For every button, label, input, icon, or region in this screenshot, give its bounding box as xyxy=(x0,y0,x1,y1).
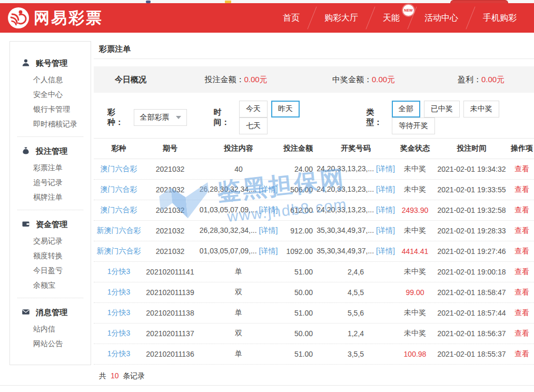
bet-amount: 612.00 xyxy=(281,206,315,214)
lottery-link[interactable]: 1分快3 xyxy=(94,267,144,277)
prize-status: 未中奖 xyxy=(397,329,433,338)
draw-numbers-text: 5,5,6 xyxy=(348,309,364,317)
detail-link[interactable]: [详情] xyxy=(259,226,278,234)
type-btns-3[interactable]: 等待开奖 xyxy=(392,117,435,134)
nav-item-4[interactable]: 手机购彩 xyxy=(471,3,529,33)
nav-item-3[interactable]: 活动中心 xyxy=(412,3,470,33)
sidebar-section-3[interactable]: 消息管理 xyxy=(10,303,91,321)
column-header-3: 投注金额 xyxy=(281,144,315,153)
sidebar-item-2-0[interactable]: 交易记录 xyxy=(10,233,91,248)
bet-content: 01,03,05,07,09,... [详情] xyxy=(196,247,281,256)
view-link[interactable]: 查看 xyxy=(510,349,534,359)
view-link[interactable]: 查看 xyxy=(510,329,534,338)
sidebar-item-3-1[interactable]: 网站公告 xyxy=(10,336,91,351)
prize-status: 未中奖 xyxy=(397,164,433,174)
lottery-link[interactable]: 新澳门六合彩 xyxy=(94,226,144,236)
prize-status: 4414.41 xyxy=(397,247,433,256)
sidebar-section-1[interactable]: 投注管理 xyxy=(10,142,91,160)
type-btns-0[interactable]: 全部 xyxy=(392,101,420,117)
bet-content-text: 01,03,05,07,09,... xyxy=(200,247,257,255)
sidebar-item-2-3[interactable]: 余额宝 xyxy=(10,278,91,292)
detail-link[interactable]: [详情] xyxy=(376,226,395,234)
bet-time: 2021-02-01 19:27:46 xyxy=(433,247,510,256)
detail-link[interactable]: [详情] xyxy=(259,185,278,193)
view-link[interactable]: 查看 xyxy=(510,185,534,194)
site-header: 网易彩票 首页购彩大厅天能NEW活动中心手机购彩 xyxy=(0,3,534,33)
sidebar-section-0[interactable]: 账号管理 xyxy=(10,54,91,72)
view-link[interactable]: 查看 xyxy=(510,247,534,256)
draw-numbers-text: 24,20,33,13,23,... xyxy=(317,164,374,173)
lottery-link[interactable]: 新澳门六合彩 xyxy=(94,247,144,256)
time-btns-2[interactable]: 七天 xyxy=(239,117,268,134)
bet-time: 2021-02-01 18:58:47 xyxy=(433,288,510,297)
column-header-7: 操作项 xyxy=(510,144,534,153)
sidebar-item-0-3[interactable]: 即时稽核记录 xyxy=(10,116,91,131)
table-row: 澳门六合彩20210324024.0024,20,33,13,23,... [详… xyxy=(94,159,534,180)
brand-name: 网易彩票 xyxy=(34,7,103,29)
site-logo[interactable]: 网易彩票 xyxy=(7,7,103,29)
bet-content-text: 单 xyxy=(235,267,242,276)
bet-content-text: 26,28,30,32,34,... xyxy=(200,185,257,193)
draw-numbers: 3,5,5 xyxy=(315,350,397,358)
draw-numbers-text: 3,5,5 xyxy=(348,350,364,358)
issue-number: 202102011141 xyxy=(144,268,196,276)
overview-title: 今日概况 xyxy=(94,75,173,85)
sidebar-item-2-1[interactable]: 额度转换 xyxy=(10,248,91,263)
detail-link[interactable]: [详情] xyxy=(259,247,278,255)
wallet-icon xyxy=(22,220,30,230)
bet-content-text: 双 xyxy=(235,288,242,296)
netease-lottery-logo-icon xyxy=(7,7,29,29)
issue-number: 2021032 xyxy=(144,165,196,173)
draw-numbers: 5,5,6 xyxy=(315,309,397,317)
detail-link[interactable]: [详情] xyxy=(376,205,395,214)
detail-link[interactable]: [详情] xyxy=(376,185,395,193)
type-btns-2[interactable]: 未中奖 xyxy=(463,101,499,117)
view-link[interactable]: 查看 xyxy=(510,164,534,174)
type-filter-group: 全部已中奖未中奖等待开奖 xyxy=(388,101,534,134)
lottery-link[interactable]: 1分快3 xyxy=(94,308,144,318)
stat-value: 0.00元 xyxy=(481,75,505,84)
table-row: 澳门六合彩202103226,28,30,32,34,... [详情]506.0… xyxy=(94,180,534,200)
nav-item-0[interactable]: 首页 xyxy=(271,3,312,33)
sidebar-item-1-0[interactable]: 彩票注单 xyxy=(10,160,91,175)
detail-link[interactable]: [详情] xyxy=(376,164,395,173)
draw-numbers: 35,30,34,49,37,... [详情] xyxy=(315,247,397,256)
sidebar-section-title: 资金管理 xyxy=(36,220,67,230)
sidebar-item-3-0[interactable]: 站内信 xyxy=(10,321,91,336)
time-btns-0[interactable]: 今天 xyxy=(239,101,268,117)
sidebar-item-0-0[interactable]: 个人信息 xyxy=(10,72,91,87)
column-header-5: 奖金状态 xyxy=(397,144,433,153)
view-link[interactable]: 查看 xyxy=(510,226,534,236)
sidebar-section-2[interactable]: 资金管理 xyxy=(10,215,91,233)
sidebar-item-0-1[interactable]: 安全中心 xyxy=(10,87,91,102)
nav-item-2[interactable]: 天能NEW xyxy=(371,3,412,33)
view-link[interactable]: 查看 xyxy=(510,308,534,318)
lottery-link[interactable]: 澳门六合彩 xyxy=(94,164,144,174)
bet-amount: 506.00 xyxy=(281,185,315,194)
lottery-link[interactable]: 1分快3 xyxy=(94,288,144,297)
draw-numbers: 1,2,4 xyxy=(315,329,397,338)
time-filter-group: 今天昨天七天 xyxy=(235,101,324,134)
sidebar-item-2-2[interactable]: 今日盈亏 xyxy=(10,263,91,278)
detail-link[interactable]: [详情] xyxy=(376,247,395,255)
lottery-link[interactable]: 澳门六合彩 xyxy=(94,205,144,215)
lottery-link[interactable]: 1分快3 xyxy=(94,329,144,338)
time-btns-1[interactable]: 昨天 xyxy=(271,101,300,117)
sidebar-item-1-1[interactable]: 追号记录 xyxy=(10,175,91,190)
bet-amount: 50.00 xyxy=(281,288,315,297)
detail-link[interactable]: [详情] xyxy=(259,205,278,214)
sidebar-section-title: 消息管理 xyxy=(36,308,67,318)
lottery-link[interactable]: 澳门六合彩 xyxy=(94,185,144,194)
view-link[interactable]: 查看 xyxy=(510,267,534,277)
view-link[interactable]: 查看 xyxy=(510,205,534,215)
nav-item-1[interactable]: 购彩大厅 xyxy=(312,3,370,33)
sidebar-item-0-2[interactable]: 银行卡管理 xyxy=(10,102,91,116)
draw-numbers-text: 24,20,33,13,23,... xyxy=(317,185,374,193)
user-icon xyxy=(22,58,30,68)
lottery-select[interactable]: 全部彩票 xyxy=(134,109,187,126)
view-link[interactable]: 查看 xyxy=(510,288,534,297)
draw-numbers-text: 1,2,4 xyxy=(348,329,364,338)
sidebar-item-1-2[interactable]: 棋牌注单 xyxy=(10,190,91,204)
type-btns-1[interactable]: 已中奖 xyxy=(424,101,460,117)
lottery-link[interactable]: 1分快3 xyxy=(94,349,144,359)
